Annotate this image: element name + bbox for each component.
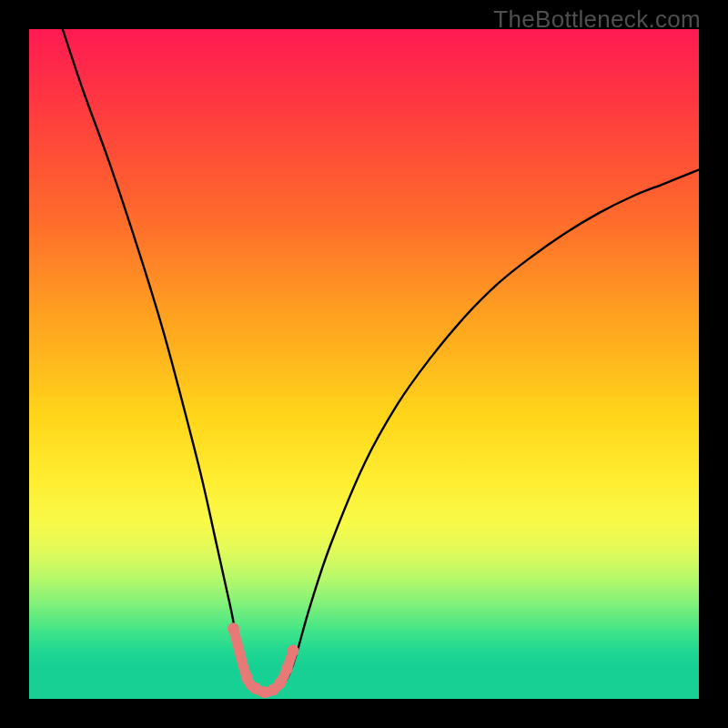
marker-dot [281,662,293,674]
plot-area [29,29,699,699]
marker-dot [228,622,239,634]
marker-dot [241,672,253,683]
bottleneck-curve [63,29,699,693]
marker-dot [288,645,299,657]
chart-svg [29,29,699,699]
chart-frame: TheBottleneck.com [0,0,728,728]
marker-dot [275,677,287,689]
